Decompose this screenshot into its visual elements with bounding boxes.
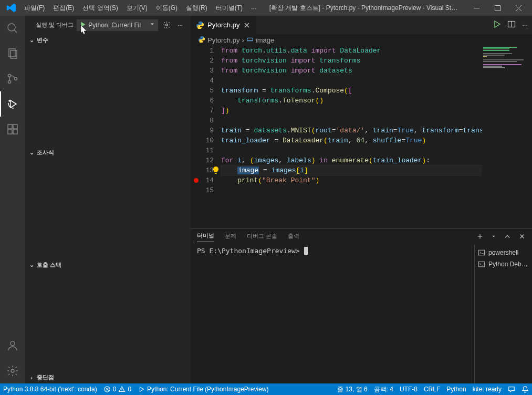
- status-bar: Python 3.8.8 64-bit ('next': conda) 0 0 …: [0, 383, 532, 395]
- menu-terminal[interactable]: 터미널(T): [212, 4, 247, 13]
- breadcrumb-symbol: image: [256, 36, 274, 44]
- lightbulb-icon[interactable]: [212, 166, 220, 174]
- breadcrumb[interactable]: Pytorch.py › image: [191, 34, 532, 46]
- activity-bar: [0, 16, 25, 383]
- terminal-session[interactable]: Python Deb…: [478, 258, 529, 270]
- activity-account-icon[interactable]: [0, 333, 25, 358]
- terminal-cursor: [304, 247, 308, 255]
- editor-area: Pytorch.py ··· Pytorch.py ›: [191, 16, 532, 383]
- svg-rect-18: [478, 250, 484, 255]
- close-tab-icon[interactable]: [243, 21, 251, 29]
- svg-rect-9: [8, 124, 12, 129]
- close-button[interactable]: [508, 0, 529, 16]
- svg-point-14: [11, 369, 14, 372]
- status-kite[interactable]: kite: ready: [470, 383, 505, 395]
- chevron-down-icon: [149, 21, 155, 29]
- python-file-icon: [198, 36, 205, 45]
- svg-rect-11: [13, 130, 17, 134]
- editor-more-icon[interactable]: ···: [522, 21, 528, 29]
- activity-search-icon[interactable]: [0, 16, 25, 41]
- panel-tab-debugconsole[interactable]: 디버그 콘솔: [247, 232, 277, 242]
- activity-explorer-icon[interactable]: [0, 41, 25, 66]
- terminal-prompt: PS E:\PythonImagePreview>: [197, 247, 304, 255]
- menu-selection[interactable]: 선택 영역(S): [78, 4, 122, 13]
- panel-tab-problems[interactable]: 문제: [225, 232, 236, 242]
- minimap[interactable]: [482, 46, 532, 228]
- activity-scm-icon[interactable]: [0, 66, 25, 91]
- maximize-panel-icon[interactable]: [504, 233, 511, 241]
- menu-view[interactable]: 보기(V): [122, 4, 152, 13]
- svg-point-1: [8, 24, 15, 31]
- activity-extensions-icon[interactable]: [0, 117, 25, 142]
- status-language[interactable]: Python: [443, 383, 469, 395]
- svg-point-15: [165, 24, 168, 26]
- svg-point-5: [8, 81, 11, 84]
- maximize-button[interactable]: [487, 0, 508, 16]
- status-indent[interactable]: 공백: 4: [371, 383, 397, 395]
- terminal-dropdown-icon[interactable]: [491, 234, 496, 240]
- panel-tab-terminal[interactable]: 터미널: [197, 232, 214, 242]
- status-eol[interactable]: CRLF: [421, 383, 443, 395]
- chevron-down-icon: ⌄: [27, 149, 36, 156]
- status-python-interpreter[interactable]: Python 3.8.8 64-bit ('next': conda): [0, 383, 100, 395]
- status-feedback-icon[interactable]: [505, 383, 518, 395]
- editor-tab[interactable]: Pytorch.py: [191, 16, 257, 34]
- status-encoding[interactable]: UTF-8: [397, 383, 421, 395]
- more-actions-icon[interactable]: ···: [175, 20, 185, 30]
- split-editor-icon[interactable]: [507, 20, 516, 30]
- menu-go[interactable]: 이동(G): [152, 4, 182, 13]
- variables-section-header[interactable]: ⌄ 변수: [25, 34, 191, 46]
- panel-tab-output[interactable]: 출력: [288, 232, 299, 242]
- terminal-list: powershell Python Deb…: [474, 245, 532, 383]
- code-editor[interactable]: 123 456 789 101112 131415 from torch.uti…: [191, 46, 532, 228]
- svg-rect-19: [478, 262, 484, 267]
- debug-settings-icon[interactable]: [161, 20, 172, 30]
- breakpoint-icon[interactable]: [194, 178, 199, 183]
- status-bell-icon[interactable]: [518, 383, 532, 395]
- chevron-right-icon: ›: [27, 375, 36, 381]
- minimize-button[interactable]: [466, 0, 487, 16]
- menu-run[interactable]: 실행(R): [182, 4, 212, 13]
- watch-section-header[interactable]: ⌄ 조사식: [25, 147, 191, 158]
- menu-edit[interactable]: 편집(E): [49, 4, 78, 13]
- new-terminal-icon[interactable]: [476, 233, 484, 241]
- svg-rect-17: [247, 38, 253, 40]
- chevron-right-icon: ›: [242, 36, 244, 44]
- play-icon: [79, 21, 86, 29]
- svg-marker-21: [140, 387, 143, 392]
- svg-point-4: [8, 75, 11, 77]
- svg-rect-12: [13, 124, 17, 129]
- title-bar: 파일(F) 편집(E) 선택 영역(S) 보기(V) 이동(G) 실행(R) 터…: [0, 0, 532, 16]
- svg-rect-10: [8, 130, 12, 134]
- debug-side-panel: 실행 및 디버그 Python: Current Fil ··· ⌄ 변수 ⌄ …: [25, 16, 191, 383]
- terminal-session[interactable]: powershell: [478, 247, 529, 258]
- svg-point-13: [11, 341, 15, 346]
- svg-rect-0: [495, 5, 500, 11]
- debug-panel-title: 실행 및 디버그: [36, 21, 74, 29]
- chevron-down-icon: ⌄: [27, 262, 36, 268]
- run-file-icon[interactable]: [493, 20, 501, 30]
- callstack-section-header[interactable]: ⌄ 호출 스택: [25, 259, 191, 271]
- bottom-panel: 터미널 문제 디버그 콘솔 출력 PS E:\PythonImagePrevie…: [191, 228, 532, 383]
- svg-point-8: [9, 100, 10, 101]
- status-debug-config[interactable]: Python: Current File (PythonImagePreview…: [134, 383, 272, 395]
- terminal[interactable]: PS E:\PythonImagePreview>: [191, 245, 474, 383]
- status-line-col[interactable]: 줄 13, 열 6: [334, 383, 370, 395]
- python-file-icon: [196, 21, 204, 29]
- debug-config-selector[interactable]: Python: Current Fil: [77, 19, 158, 31]
- activity-settings-icon[interactable]: [0, 358, 25, 383]
- svg-point-6: [15, 78, 17, 80]
- activity-debug-icon[interactable]: [0, 91, 25, 117]
- breadcrumb-file: Pytorch.py: [207, 36, 239, 44]
- variable-icon: [246, 36, 254, 45]
- chevron-down-icon: ⌄: [27, 37, 36, 44]
- vscode-logo-icon: [6, 3, 17, 13]
- svg-marker-7: [11, 100, 16, 108]
- panel-tabs: 터미널 문제 디버그 콘솔 출력: [191, 229, 532, 245]
- line-numbers: 123 456 789 101112 131415: [200, 46, 221, 228]
- close-panel-icon[interactable]: [518, 233, 526, 241]
- menu-overflow-icon[interactable]: ···: [247, 4, 261, 12]
- breakpoints-section-header[interactable]: › 중단점: [25, 372, 191, 383]
- status-problems[interactable]: 0 0: [100, 383, 134, 395]
- menu-file[interactable]: 파일(F): [20, 4, 49, 13]
